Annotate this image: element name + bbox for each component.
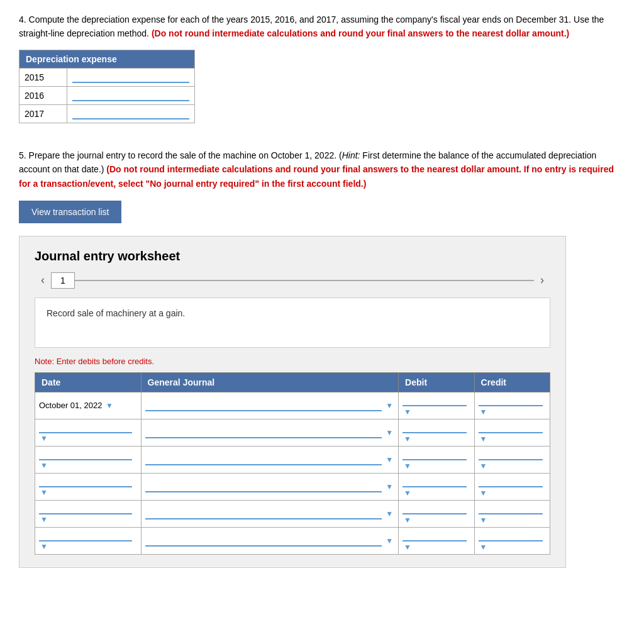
credit-cell-1[interactable]: ▼ [474, 392, 550, 419]
date-input-5[interactable] [39, 504, 132, 514]
depreciation-2015-input[interactable] [72, 72, 189, 83]
gj-input-6[interactable] [145, 536, 382, 547]
credit-input-5[interactable] [479, 504, 543, 514]
credit-cell-4[interactable]: ▼ [474, 473, 550, 500]
credit-dropdown-arrow-4[interactable]: ▼ [480, 489, 487, 497]
credit-dropdown-arrow-3[interactable]: ▼ [480, 462, 487, 470]
credit-input-3[interactable] [479, 450, 543, 460]
gj-cell-3[interactable]: ▼ [141, 446, 399, 473]
question-5-text: 5. Prepare the journal entry to record t… [19, 148, 625, 191]
date-dropdown-arrow-4[interactable]: ▼ [40, 488, 48, 497]
year-2016: 2016 [19, 86, 67, 104]
q4-instruction: (Do not round intermediate calculations … [152, 28, 569, 38]
gj-cell-6[interactable]: ▼ [141, 527, 399, 554]
date-input-4[interactable] [39, 477, 132, 487]
credit-input-2[interactable] [479, 423, 543, 433]
col-header-credit: Credit [474, 372, 550, 392]
debit-cell-5[interactable]: ▼ [399, 500, 474, 527]
date-dropdown-arrow-6[interactable]: ▼ [40, 542, 48, 551]
date-input-2[interactable] [39, 423, 132, 433]
table-row: 2017 [19, 104, 195, 123]
debit-cell-3[interactable]: ▼ [399, 446, 474, 473]
date-input-6[interactable] [39, 531, 132, 541]
date-cell-6[interactable]: ▼ [35, 527, 142, 554]
debit-dropdown-arrow-1[interactable]: ▼ [404, 408, 411, 416]
journal-table: Date General Journal Debit Credit Octobe… [35, 372, 550, 555]
table-row: ▼ ▼ ▼ ▼ [35, 473, 550, 500]
depreciation-2016-input[interactable] [72, 91, 189, 101]
date-cell-3[interactable]: ▼ [35, 446, 142, 473]
q4-number: 4. [19, 14, 26, 25]
debit-cell-4[interactable]: ▼ [399, 473, 474, 500]
date-dropdown-arrow-1[interactable]: ▼ [106, 401, 113, 410]
credit-dropdown-arrow-5[interactable]: ▼ [480, 516, 487, 525]
credit-input-4[interactable] [479, 477, 543, 487]
gj-input-1[interactable] [145, 401, 382, 411]
debit-input-3[interactable] [402, 450, 467, 460]
record-description-text: Record sale of machinery at a gain. [47, 308, 185, 318]
tab-number[interactable]: 1 [51, 272, 75, 289]
gj-input-3[interactable] [145, 455, 382, 465]
table-row: ▼ ▼ ▼ ▼ [35, 446, 550, 473]
credit-cell-5[interactable]: ▼ [474, 500, 550, 527]
debit-dropdown-arrow-4[interactable]: ▼ [404, 489, 411, 497]
date-value-1: October 01, 2022 [39, 401, 102, 410]
col-header-general-journal: General Journal [141, 372, 399, 392]
gj-cell-5[interactable]: ▼ [141, 500, 399, 527]
prev-tab-arrow[interactable]: ‹ [35, 274, 51, 287]
depreciation-2017-input[interactable] [72, 109, 189, 119]
gj-input-5[interactable] [145, 509, 382, 519]
question-5: 5. Prepare the journal entry to record t… [19, 148, 625, 568]
debit-cell-1[interactable]: ▼ [399, 392, 474, 419]
credit-input-1[interactable] [479, 396, 543, 406]
debit-input-1[interactable] [402, 396, 467, 406]
date-cell-4[interactable]: ▼ [35, 473, 142, 500]
year-2015: 2015 [19, 68, 67, 86]
credit-cell-3[interactable]: ▼ [474, 446, 550, 473]
gj-input-4[interactable] [145, 482, 382, 492]
gj-cell-2[interactable]: ▼ [141, 419, 399, 446]
next-tab-arrow[interactable]: › [534, 274, 550, 287]
debit-input-4[interactable] [402, 477, 467, 487]
depreciation-2015-cell[interactable] [67, 68, 195, 86]
gj-dropdown-arrow-4[interactable]: ▼ [386, 482, 393, 491]
debit-cell-2[interactable]: ▼ [399, 419, 474, 446]
debit-dropdown-arrow-5[interactable]: ▼ [404, 516, 411, 525]
gj-dropdown-arrow-1[interactable]: ▼ [386, 401, 393, 410]
credit-input-6[interactable] [479, 531, 543, 541]
debit-input-6[interactable] [402, 531, 467, 541]
date-cell-2[interactable]: ▼ [35, 419, 142, 446]
debit-dropdown-arrow-3[interactable]: ▼ [404, 462, 411, 470]
table-row: ▼ ▼ ▼ ▼ [35, 500, 550, 527]
date-dropdown-arrow-2[interactable]: ▼ [40, 434, 48, 443]
table-row: ▼ ▼ ▼ ▼ [35, 419, 550, 446]
depreciation-table: Depreciation expense 2015 2016 2017 [19, 50, 195, 123]
gj-cell-1[interactable]: ▼ [141, 392, 399, 419]
credit-dropdown-arrow-2[interactable]: ▼ [480, 435, 487, 443]
credit-dropdown-arrow-6[interactable]: ▼ [480, 543, 487, 552]
gj-input-2[interactable] [145, 428, 382, 438]
debit-cell-6[interactable]: ▼ [399, 527, 474, 554]
debit-dropdown-arrow-6[interactable]: ▼ [404, 543, 411, 552]
gj-cell-4[interactable]: ▼ [141, 473, 399, 500]
debit-dropdown-arrow-2[interactable]: ▼ [404, 435, 411, 443]
date-input-3[interactable] [39, 450, 132, 460]
date-cell-5[interactable]: ▼ [35, 500, 142, 527]
col-header-debit: Debit [399, 372, 474, 392]
gj-dropdown-arrow-2[interactable]: ▼ [386, 428, 393, 437]
depreciation-2016-cell[interactable] [67, 86, 195, 104]
debit-input-2[interactable] [402, 423, 467, 433]
view-transaction-button[interactable]: View transaction list [19, 201, 121, 223]
q5-number: 5. [19, 150, 26, 160]
gj-dropdown-arrow-6[interactable]: ▼ [386, 536, 393, 545]
gj-dropdown-arrow-3[interactable]: ▼ [386, 455, 393, 464]
debit-input-5[interactable] [402, 504, 467, 514]
date-dropdown-arrow-3[interactable]: ▼ [40, 461, 48, 470]
credit-cell-2[interactable]: ▼ [474, 419, 550, 446]
credit-cell-6[interactable]: ▼ [474, 527, 550, 554]
credit-dropdown-arrow-1[interactable]: ▼ [480, 408, 487, 416]
date-dropdown-arrow-5[interactable]: ▼ [40, 515, 48, 524]
depreciation-2017-cell[interactable] [67, 104, 195, 123]
gj-dropdown-arrow-5[interactable]: ▼ [386, 509, 393, 518]
table-row: ▼ ▼ ▼ ▼ [35, 527, 550, 554]
